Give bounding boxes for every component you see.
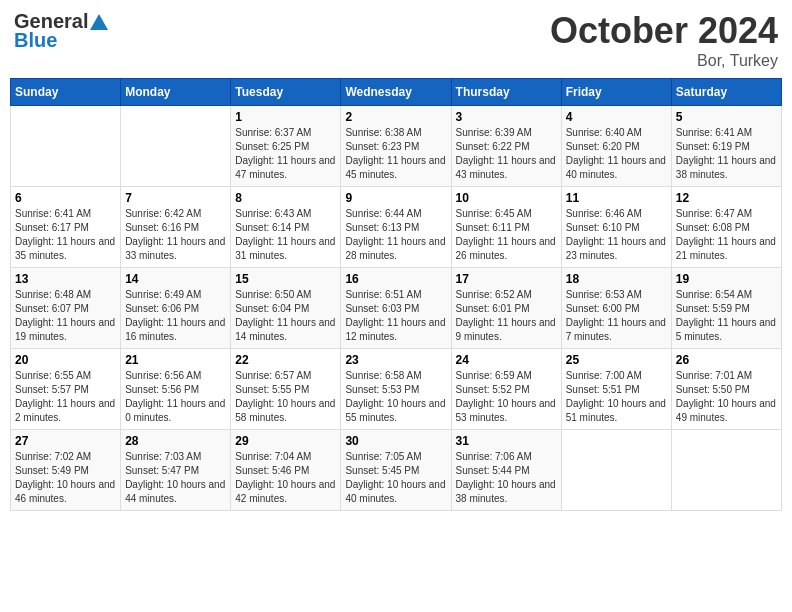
day-number: 28: [125, 434, 226, 448]
calendar-week-3: 13 Sunrise: 6:48 AMSunset: 6:07 PMDaylig…: [11, 268, 782, 349]
calendar-table: Sunday Monday Tuesday Wednesday Thursday…: [10, 78, 782, 511]
day-number: 9: [345, 191, 446, 205]
cell-info: Sunrise: 7:02 AMSunset: 5:49 PMDaylight:…: [15, 451, 115, 504]
day-number: 25: [566, 353, 667, 367]
cell-info: Sunrise: 7:06 AMSunset: 5:44 PMDaylight:…: [456, 451, 556, 504]
col-saturday: Saturday: [671, 79, 781, 106]
day-number: 2: [345, 110, 446, 124]
day-number: 20: [15, 353, 116, 367]
day-number: 29: [235, 434, 336, 448]
day-number: 30: [345, 434, 446, 448]
day-number: 21: [125, 353, 226, 367]
day-number: 5: [676, 110, 777, 124]
col-tuesday: Tuesday: [231, 79, 341, 106]
cell-info: Sunrise: 6:46 AMSunset: 6:10 PMDaylight:…: [566, 208, 666, 261]
col-monday: Monday: [121, 79, 231, 106]
cell-info: Sunrise: 6:44 AMSunset: 6:13 PMDaylight:…: [345, 208, 445, 261]
calendar-week-4: 20 Sunrise: 6:55 AMSunset: 5:57 PMDaylig…: [11, 349, 782, 430]
calendar-week-5: 27 Sunrise: 7:02 AMSunset: 5:49 PMDaylig…: [11, 430, 782, 511]
cell-info: Sunrise: 6:54 AMSunset: 5:59 PMDaylight:…: [676, 289, 776, 342]
calendar-cell: 6 Sunrise: 6:41 AMSunset: 6:17 PMDayligh…: [11, 187, 121, 268]
day-number: 18: [566, 272, 667, 286]
calendar-cell: 9 Sunrise: 6:44 AMSunset: 6:13 PMDayligh…: [341, 187, 451, 268]
calendar-cell: 20 Sunrise: 6:55 AMSunset: 5:57 PMDaylig…: [11, 349, 121, 430]
cell-info: Sunrise: 6:50 AMSunset: 6:04 PMDaylight:…: [235, 289, 335, 342]
calendar-cell: 1 Sunrise: 6:37 AMSunset: 6:25 PMDayligh…: [231, 106, 341, 187]
calendar-cell: [121, 106, 231, 187]
day-number: 17: [456, 272, 557, 286]
calendar-cell: 11 Sunrise: 6:46 AMSunset: 6:10 PMDaylig…: [561, 187, 671, 268]
cell-info: Sunrise: 6:55 AMSunset: 5:57 PMDaylight:…: [15, 370, 115, 423]
col-friday: Friday: [561, 79, 671, 106]
cell-info: Sunrise: 6:47 AMSunset: 6:08 PMDaylight:…: [676, 208, 776, 261]
day-number: 15: [235, 272, 336, 286]
day-number: 27: [15, 434, 116, 448]
cell-info: Sunrise: 7:03 AMSunset: 5:47 PMDaylight:…: [125, 451, 225, 504]
calendar-cell: [11, 106, 121, 187]
calendar-cell: 18 Sunrise: 6:53 AMSunset: 6:00 PMDaylig…: [561, 268, 671, 349]
cell-info: Sunrise: 6:38 AMSunset: 6:23 PMDaylight:…: [345, 127, 445, 180]
cell-info: Sunrise: 7:04 AMSunset: 5:46 PMDaylight:…: [235, 451, 335, 504]
cell-info: Sunrise: 6:58 AMSunset: 5:53 PMDaylight:…: [345, 370, 445, 423]
day-number: 24: [456, 353, 557, 367]
month-title: October 2024: [550, 10, 778, 52]
calendar-cell: 29 Sunrise: 7:04 AMSunset: 5:46 PMDaylig…: [231, 430, 341, 511]
cell-info: Sunrise: 6:41 AMSunset: 6:17 PMDaylight:…: [15, 208, 115, 261]
calendar-cell: 5 Sunrise: 6:41 AMSunset: 6:19 PMDayligh…: [671, 106, 781, 187]
calendar-cell: 30 Sunrise: 7:05 AMSunset: 5:45 PMDaylig…: [341, 430, 451, 511]
day-number: 4: [566, 110, 667, 124]
calendar-cell: 15 Sunrise: 6:50 AMSunset: 6:04 PMDaylig…: [231, 268, 341, 349]
calendar-cell: 26 Sunrise: 7:01 AMSunset: 5:50 PMDaylig…: [671, 349, 781, 430]
calendar-cell: 25 Sunrise: 7:00 AMSunset: 5:51 PMDaylig…: [561, 349, 671, 430]
calendar-cell: 28 Sunrise: 7:03 AMSunset: 5:47 PMDaylig…: [121, 430, 231, 511]
day-number: 1: [235, 110, 336, 124]
day-number: 8: [235, 191, 336, 205]
day-number: 14: [125, 272, 226, 286]
svg-marker-0: [90, 14, 108, 30]
calendar-cell: 24 Sunrise: 6:59 AMSunset: 5:52 PMDaylig…: [451, 349, 561, 430]
cell-info: Sunrise: 6:56 AMSunset: 5:56 PMDaylight:…: [125, 370, 225, 423]
calendar-cell: [561, 430, 671, 511]
calendar-cell: 31 Sunrise: 7:06 AMSunset: 5:44 PMDaylig…: [451, 430, 561, 511]
day-number: 7: [125, 191, 226, 205]
calendar-week-2: 6 Sunrise: 6:41 AMSunset: 6:17 PMDayligh…: [11, 187, 782, 268]
calendar-cell: 23 Sunrise: 6:58 AMSunset: 5:53 PMDaylig…: [341, 349, 451, 430]
title-block: October 2024 Bor, Turkey: [550, 10, 778, 70]
calendar-cell: 10 Sunrise: 6:45 AMSunset: 6:11 PMDaylig…: [451, 187, 561, 268]
cell-info: Sunrise: 6:48 AMSunset: 6:07 PMDaylight:…: [15, 289, 115, 342]
cell-info: Sunrise: 6:40 AMSunset: 6:20 PMDaylight:…: [566, 127, 666, 180]
day-number: 26: [676, 353, 777, 367]
cell-info: Sunrise: 6:57 AMSunset: 5:55 PMDaylight:…: [235, 370, 335, 423]
calendar-cell: 19 Sunrise: 6:54 AMSunset: 5:59 PMDaylig…: [671, 268, 781, 349]
logo-blue: Blue: [14, 29, 57, 52]
day-number: 3: [456, 110, 557, 124]
day-number: 22: [235, 353, 336, 367]
day-number: 13: [15, 272, 116, 286]
day-number: 10: [456, 191, 557, 205]
cell-info: Sunrise: 7:00 AMSunset: 5:51 PMDaylight:…: [566, 370, 666, 423]
cell-info: Sunrise: 6:49 AMSunset: 6:06 PMDaylight:…: [125, 289, 225, 342]
cell-info: Sunrise: 6:39 AMSunset: 6:22 PMDaylight:…: [456, 127, 556, 180]
calendar-cell: [671, 430, 781, 511]
calendar-body: 1 Sunrise: 6:37 AMSunset: 6:25 PMDayligh…: [11, 106, 782, 511]
calendar-cell: 27 Sunrise: 7:02 AMSunset: 5:49 PMDaylig…: [11, 430, 121, 511]
calendar-cell: 3 Sunrise: 6:39 AMSunset: 6:22 PMDayligh…: [451, 106, 561, 187]
cell-info: Sunrise: 6:41 AMSunset: 6:19 PMDaylight:…: [676, 127, 776, 180]
calendar-cell: 13 Sunrise: 6:48 AMSunset: 6:07 PMDaylig…: [11, 268, 121, 349]
cell-info: Sunrise: 7:01 AMSunset: 5:50 PMDaylight:…: [676, 370, 776, 423]
day-number: 6: [15, 191, 116, 205]
calendar-week-1: 1 Sunrise: 6:37 AMSunset: 6:25 PMDayligh…: [11, 106, 782, 187]
day-number: 19: [676, 272, 777, 286]
logo: General Blue: [14, 10, 108, 52]
logo-bird-icon: [90, 14, 108, 30]
cell-info: Sunrise: 6:52 AMSunset: 6:01 PMDaylight:…: [456, 289, 556, 342]
cell-info: Sunrise: 6:45 AMSunset: 6:11 PMDaylight:…: [456, 208, 556, 261]
calendar-cell: 14 Sunrise: 6:49 AMSunset: 6:06 PMDaylig…: [121, 268, 231, 349]
cell-info: Sunrise: 6:51 AMSunset: 6:03 PMDaylight:…: [345, 289, 445, 342]
day-number: 12: [676, 191, 777, 205]
cell-info: Sunrise: 6:43 AMSunset: 6:14 PMDaylight:…: [235, 208, 335, 261]
location: Bor, Turkey: [550, 52, 778, 70]
col-wednesday: Wednesday: [341, 79, 451, 106]
calendar-cell: 21 Sunrise: 6:56 AMSunset: 5:56 PMDaylig…: [121, 349, 231, 430]
page-header: General Blue October 2024 Bor, Turkey: [10, 10, 782, 70]
